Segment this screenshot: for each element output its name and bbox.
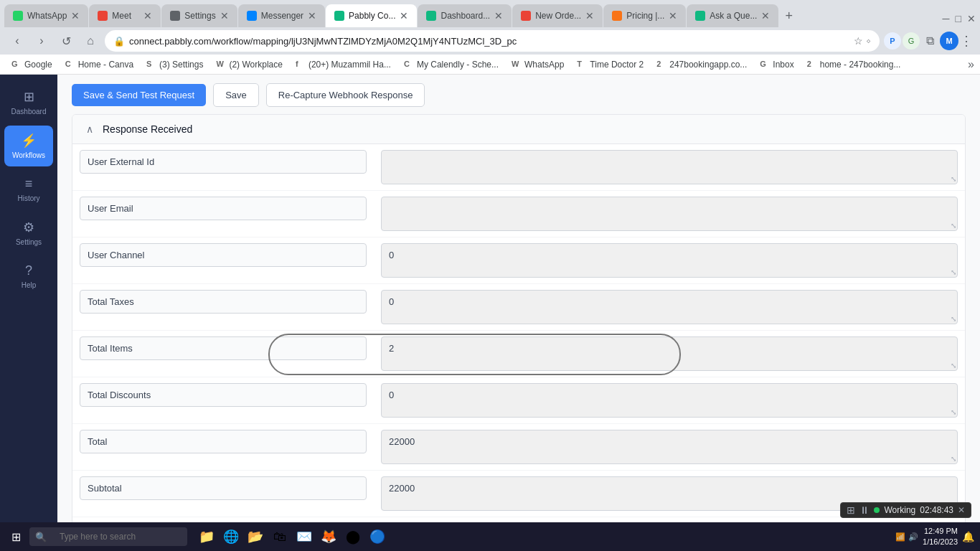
tab-close-askque[interactable]: ✕ <box>761 11 770 21</box>
taskbar-chrome2-icon[interactable]: 🔵 <box>367 526 388 547</box>
sidebar-item-workflows[interactable]: ⚡ Workflows <box>4 126 53 166</box>
reload-button[interactable]: ↺ <box>56 31 76 51</box>
field-label-input-4[interactable] <box>80 336 367 360</box>
taskbar-chrome-icon[interactable]: ⬤ <box>342 526 364 547</box>
sidebar-item-dashboard[interactable]: ⊞ Dashboard <box>4 82 53 123</box>
bookmark-9[interactable]: G Inbox <box>754 58 799 71</box>
bookmark-star-icon[interactable]: ☆ <box>854 35 863 47</box>
taskbar-edge-icon[interactable]: 🌐 <box>220 526 242 547</box>
field-value-textarea-3[interactable]: 0 <box>381 290 958 324</box>
field-value-textarea-5[interactable]: 0 <box>381 383 958 418</box>
tab-neworder[interactable]: New Orde... ✕ <box>512 4 603 27</box>
form-row-2: 0 ⤡ <box>72 237 965 284</box>
grammarly-ext-icon[interactable]: G <box>903 32 920 50</box>
taskbar-right: 📶 🔊 12:49 PM 1/16/2023 🔔 <box>895 526 974 548</box>
tab-close-settings[interactable]: ✕ <box>220 11 229 21</box>
maximize-button[interactable]: □ <box>956 13 961 24</box>
bookmark-3[interactable]: W (2) Workplace <box>210 58 288 71</box>
field-value-textarea-0[interactable] <box>381 150 958 184</box>
tab-label-neworder: New Orde... <box>535 11 581 21</box>
field-label-input-1[interactable] <box>80 197 367 220</box>
resize-handle-1: ⤡ <box>951 222 956 230</box>
resize-handle-6: ⤡ <box>951 455 956 463</box>
field-value-textarea-4[interactable]: 2 <box>381 336 958 371</box>
tab-close-pricing[interactable]: ✕ <box>669 11 677 21</box>
sidebar-item-help[interactable]: ? Help <box>4 256 53 296</box>
tab-label-pabbly: Pabbly Co... <box>349 11 395 21</box>
taskbar-mail-icon[interactable]: ✉️ <box>293 526 315 547</box>
bookmark-0[interactable]: G Google <box>6 58 58 71</box>
tab-favicon-meet <box>98 11 108 21</box>
field-value-textarea-2[interactable]: 0 <box>381 243 958 278</box>
minimize-button[interactable]: ─ <box>943 13 950 24</box>
taskbar-search-input[interactable] <box>51 529 180 545</box>
field-label-input-2[interactable] <box>80 243 367 267</box>
field-label-cell-7 <box>72 471 374 517</box>
tab-close-neworder[interactable]: ✕ <box>585 11 594 21</box>
tab-messenger[interactable]: Messenger ✕ <box>238 4 325 27</box>
profile-icon[interactable]: M <box>940 32 958 50</box>
tab-close-pabbly[interactable]: ✕ <box>400 11 408 21</box>
tab-askque[interactable]: Ask a Que... ✕ <box>687 4 778 27</box>
tab-pabbly[interactable]: Pabbly Co... ✕ <box>326 4 417 27</box>
bookmark-4[interactable]: f (20+) Muzammil Ha... <box>290 58 397 71</box>
bookmark-1[interactable]: C Home - Canva <box>60 58 139 71</box>
tab-close-whatsapp[interactable]: ✕ <box>71 11 80 21</box>
field-value-textarea-1[interactable] <box>381 197 958 231</box>
bookmark-10[interactable]: 2 home - 247booking... <box>801 58 907 71</box>
taskbar-files-icon[interactable]: 📂 <box>245 526 266 547</box>
field-label-input-3[interactable] <box>80 290 367 314</box>
address-bar[interactable]: 🔒 connect.pabbly.com/workflow/mapping/lj… <box>105 30 880 52</box>
taskbar-store-icon[interactable]: 🛍 <box>269 526 291 547</box>
pause-icon[interactable]: ⏸ <box>859 504 870 516</box>
extensions-puzzle-icon[interactable]: ⧉ <box>921 32 938 50</box>
field-value-cell-4: 2 ⤡ <box>374 331 965 377</box>
tab-dashboard[interactable]: Dashboard... ✕ <box>418 4 512 27</box>
more-bookmarks-button[interactable]: » <box>968 58 974 71</box>
field-value-textarea-6[interactable]: 22000 <box>381 430 958 464</box>
field-label-input-5[interactable] <box>80 383 367 407</box>
tab-label-askque: Ask a Que... <box>710 11 757 21</box>
tab-close-meet[interactable]: ✕ <box>143 11 152 21</box>
bookmark-5[interactable]: C My Calendly - Sche... <box>398 58 504 71</box>
working-close-button[interactable]: ✕ <box>958 505 965 515</box>
new-tab-button[interactable]: + <box>779 4 798 27</box>
tab-close-dashboard[interactable]: ✕ <box>494 11 503 21</box>
field-label-input-6[interactable] <box>80 430 367 453</box>
field-label-input-0[interactable] <box>80 150 367 174</box>
share-icon[interactable]: ⬦ <box>866 35 871 47</box>
taskbar-search-container[interactable]: 🔍 <box>29 527 187 546</box>
save-send-button[interactable]: Save & Send Test Request <box>72 84 206 106</box>
start-button[interactable]: ⊞ <box>6 527 27 547</box>
sidebar-item-history[interactable]: ≡ History <box>4 169 53 209</box>
form-row-5: 0 ⤡ <box>72 377 965 424</box>
bookmark-7[interactable]: T Time Doctor 2 <box>571 58 649 71</box>
volume-icon: 🔊 <box>908 532 918 542</box>
bookmark-2[interactable]: S (3) Settings <box>141 58 209 71</box>
collapse-button[interactable]: ∧ <box>83 122 97 136</box>
tab-close-messenger[interactable]: ✕ <box>308 11 316 21</box>
tab-meet[interactable]: Meet ✕ <box>89 4 161 27</box>
bookmark-favicon-1: C <box>65 60 75 70</box>
bookmark-8[interactable]: 2 247bookingapp.co... <box>651 58 753 71</box>
close-button[interactable]: ✕ <box>967 13 976 24</box>
taskbar-firefox-icon[interactable]: 🦊 <box>318 526 339 547</box>
pabbly-ext-icon[interactable]: P <box>884 32 901 50</box>
save-button[interactable]: Save <box>213 83 259 107</box>
bookmark-6[interactable]: W WhatsApp <box>506 58 570 71</box>
taskbar-explorer-icon[interactable]: 📁 <box>196 526 217 547</box>
tab-whatsapp[interactable]: WhatsApp ✕ <box>4 4 88 27</box>
working-dot-indicator <box>874 507 880 513</box>
bookmark-favicon-8: 2 <box>656 60 666 70</box>
recapture-button[interactable]: Re-Capture Webhook Response <box>266 83 425 107</box>
notification-icon[interactable]: 🔔 <box>962 531 974 542</box>
tab-pricing[interactable]: Pricing |... ✕ <box>603 4 686 27</box>
chrome-menu-button[interactable]: ⋮ <box>960 33 973 49</box>
forward-button[interactable]: › <box>32 31 52 51</box>
field-label-input-7[interactable] <box>80 476 367 500</box>
tab-settings[interactable]: Settings ✕ <box>161 4 237 27</box>
back-button[interactable]: ‹ <box>7 31 27 51</box>
home-button[interactable]: ⌂ <box>80 31 100 51</box>
status-bar-area: ⊞ ⏸ Working 02:48:43 ✕ <box>831 498 980 522</box>
sidebar-item-settings[interactable]: ⚙ Settings <box>4 212 53 253</box>
